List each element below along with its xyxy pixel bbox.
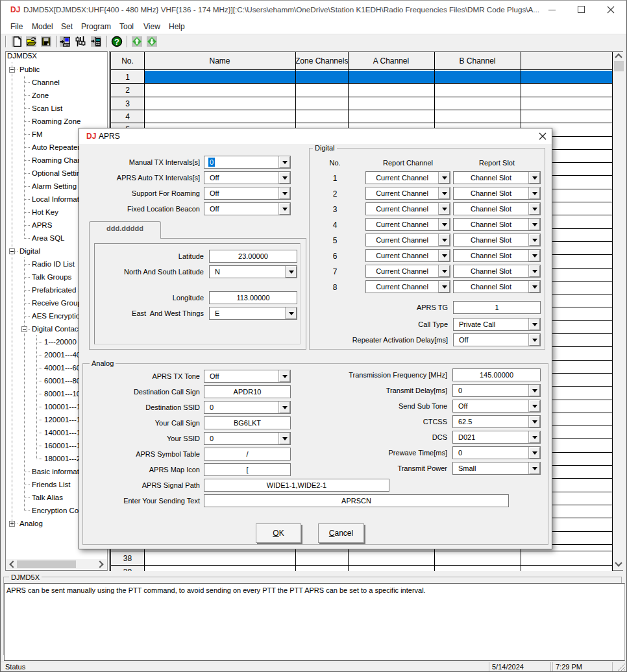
svg-text:?: ?: [114, 37, 119, 47]
